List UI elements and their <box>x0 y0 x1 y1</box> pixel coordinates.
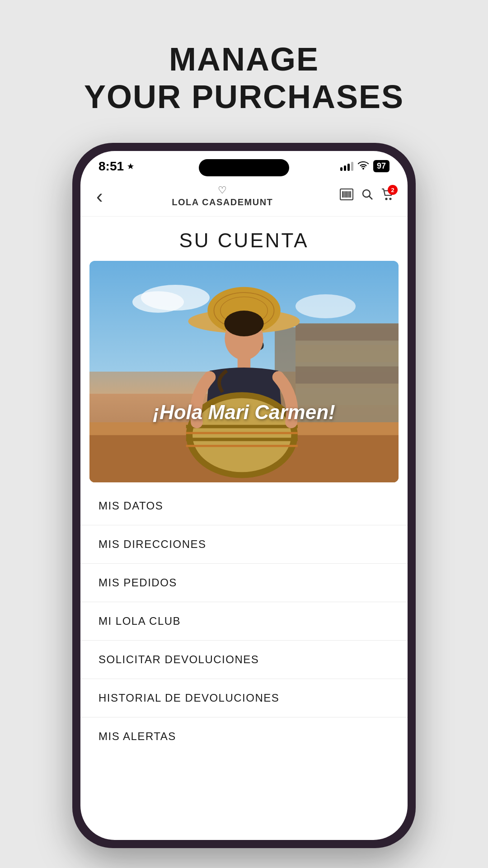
wifi-icon <box>358 160 369 172</box>
bar4 <box>351 162 353 171</box>
svg-rect-18 <box>296 366 399 383</box>
menu-item-5[interactable]: HISTORIAL DE DEVOLUCIONES <box>80 679 408 717</box>
svg-point-30 <box>224 311 263 336</box>
menu-item-2[interactable]: MIS PEDIDOS <box>80 564 408 602</box>
signal-bars <box>340 162 353 171</box>
nav-actions: 2 <box>340 189 394 203</box>
hero-image-section: ¡Hola Mari Carmen! <box>89 261 399 482</box>
bar3 <box>347 164 350 171</box>
brand-name: LOLA CASADEMUNT <box>172 197 273 208</box>
menu-item-1[interactable]: MIS DIRECCIONES <box>80 525 408 564</box>
bar2 <box>344 165 346 171</box>
barcode-scanner-button[interactable] <box>340 189 353 203</box>
phone-frame: 8:51 97 <box>72 143 416 848</box>
hero-greeting: ¡Hola Mari Carmen! <box>89 401 399 424</box>
svg-point-11 <box>390 198 391 200</box>
svg-point-13 <box>132 291 184 313</box>
hero-background: ¡Hola Mari Carmen! <box>89 261 399 482</box>
brand-logo: ♡ LOLA CASADEMUNT <box>172 184 273 208</box>
phone-screen: 8:51 97 <box>80 151 408 840</box>
svg-point-8 <box>363 190 370 197</box>
svg-rect-16 <box>296 323 399 340</box>
svg-rect-17 <box>296 345 399 362</box>
dynamic-island <box>199 159 289 176</box>
page-title: SU CUENTA <box>80 217 408 261</box>
status-icons: 97 <box>340 160 389 172</box>
cart-badge: 2 <box>388 185 398 195</box>
nav-bar: ♡ LOLA CASADEMUNT <box>80 178 408 217</box>
cart-button[interactable]: 2 <box>381 189 394 203</box>
battery-indicator: 97 <box>373 160 389 172</box>
menu-item-3[interactable]: MI LOLA CLUB <box>80 602 408 641</box>
location-icon <box>127 163 134 170</box>
menu-item-4[interactable]: SOLICITAR DEVOLUCIONES <box>80 641 408 679</box>
woman-illustration <box>89 261 399 482</box>
heart-icon: ♡ <box>218 184 227 196</box>
search-button[interactable] <box>361 189 373 203</box>
menu-list: MIS DATOSMIS DIRECCIONESMIS PEDIDOSMI LO… <box>80 482 408 840</box>
menu-item-0[interactable]: MIS DATOS <box>80 487 408 525</box>
svg-line-9 <box>369 196 372 199</box>
svg-point-10 <box>386 198 387 200</box>
background-title: MANAGE YOUR PURCHASES <box>84 41 404 116</box>
back-button[interactable] <box>94 183 105 210</box>
status-time: 8:51 <box>99 159 134 174</box>
menu-item-6[interactable]: MIS ALERTAS <box>80 717 408 755</box>
bar1 <box>340 167 343 171</box>
svg-point-14 <box>296 294 356 318</box>
